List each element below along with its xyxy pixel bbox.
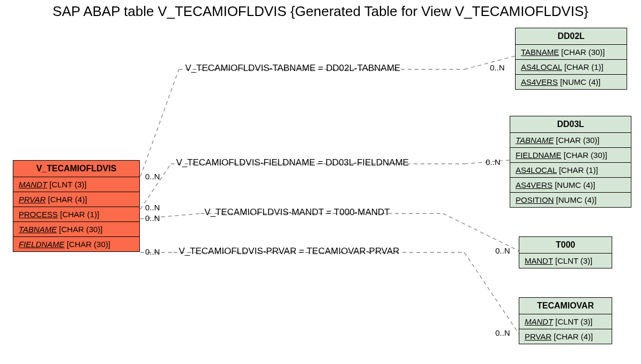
entity-field: TABNAME [CHAR (30)] — [13, 222, 139, 237]
cardinality-left: 0..N — [145, 172, 160, 181]
entity-field: AS4LOCAL [CHAR (1)] — [510, 163, 631, 178]
page-title: SAP ABAP table V_TECAMIOFLDVIS {Generate… — [0, 3, 641, 20]
entity-header: DD03L — [510, 116, 631, 133]
cardinality-right: 0..N — [486, 157, 501, 167]
entity-t000: T000 MANDT [CLNT (3)] — [519, 236, 612, 268]
entity-header: TECAMIOVAR — [519, 298, 612, 314]
cardinality-right: 0..N — [490, 63, 505, 72]
entity-field: MANDT [CLNT (3)] — [519, 314, 612, 329]
svg-line-8 — [443, 213, 519, 251]
entity-v-tecamiofdlvis: V_TECAMIOFLDVIS MANDT [CLNT (3)] PRVAR [… — [13, 160, 140, 252]
entity-field: AS4VERS [NUMC (4)] — [510, 178, 631, 193]
entity-field: TABNAME [CHAR (30)] — [510, 133, 631, 148]
entity-header: T000 — [519, 237, 612, 254]
cardinality-left: 0..N — [145, 213, 160, 223]
cardinality-right: 0..N — [495, 246, 510, 255]
svg-line-0 — [140, 69, 179, 177]
entity-header: V_TECAMIOFLDVIS — [13, 161, 139, 177]
entity-dd02l: DD02L TABNAME [CHAR (30)] AS4LOCAL [CHAR… — [515, 28, 627, 90]
entity-field: MANDT [CLNT (3)] — [13, 177, 139, 192]
entity-field: AS4LOCAL [CHAR (1)] — [516, 60, 627, 75]
entity-field: PRVAR [CHAR (4)] — [519, 329, 612, 344]
entity-field: POSITION [NUMC (4)] — [510, 193, 631, 207]
cardinality-left: 0..N — [145, 247, 160, 256]
entity-field: PRVAR [CHAR (4)] — [13, 192, 139, 207]
entity-field: FIELDNAME [CHAR (30)] — [510, 148, 631, 163]
relationship-label: V_TECAMIOFLDVIS-TABNAME = DD02L-TABNAME — [185, 63, 400, 74]
relationship-label: V_TECAMIOFLDVIS-PRVAR = TECAMIOVAR-PRVAR — [179, 246, 399, 257]
relationship-label: V_TECAMIOFLDVIS-MANDT = T000-MANDT — [204, 207, 390, 218]
cardinality-right: 0..N — [495, 328, 510, 337]
entity-header: DD02L — [516, 28, 627, 45]
entity-field: MANDT [CLNT (3)] — [519, 254, 612, 268]
relationship-label: V_TECAMIOFLDVIS-FIELDNAME = DD03L-FIELDN… — [176, 157, 409, 168]
entity-field: FIELDNAME [CHAR (30)] — [13, 237, 139, 251]
entity-field: TABNAME [CHAR (30)] — [516, 45, 627, 60]
cardinality-left: 0..N — [145, 203, 160, 212]
svg-line-11 — [464, 252, 519, 334]
entity-dd03l: DD03L TABNAME [CHAR (30)] FIELDNAME [CHA… — [510, 116, 631, 208]
entity-field: PROCESS [CHAR (1)] — [13, 207, 139, 222]
entity-field: AS4VERS [NUMC (4)] — [516, 75, 627, 89]
entity-tecamiovar: TECAMIOVAR MANDT [CLNT (3)] PRVAR [CHAR … — [519, 297, 612, 344]
